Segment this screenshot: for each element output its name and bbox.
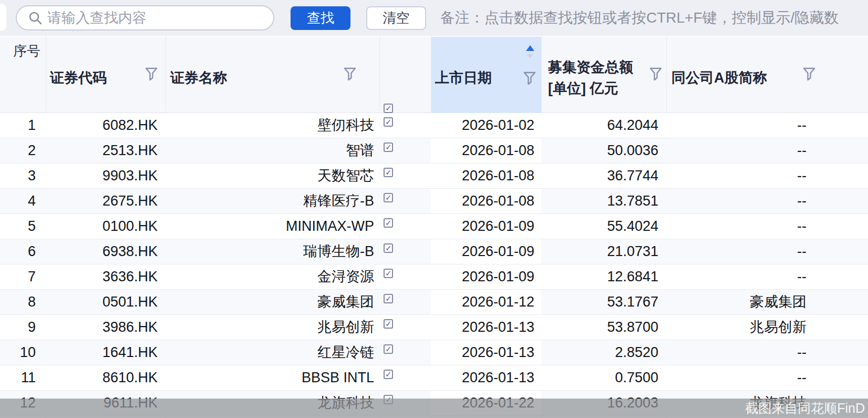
row-checkbox[interactable] [384, 243, 393, 253]
row-code: 2675.HK [46, 189, 166, 213]
row-amount: 53.8700 [541, 315, 666, 340]
row-date: 2026-01-13 [431, 340, 541, 365]
toolbar-note: 备注：点击数据查找按钮或者按CTRL+F键，控制显示/隐藏数 [440, 0, 839, 36]
row-name: 豪威集团 [166, 290, 379, 314]
row-date: 2026-01-12 [431, 290, 541, 314]
row-checkbox-cell [379, 189, 431, 213]
row-amount: 53.1767 [541, 290, 666, 314]
row-date: 2026-01-13 [431, 365, 541, 390]
table-row[interactable]: 39903.HK天数智芯2026-01-0836.7744-- [0, 164, 868, 189]
select-all-checkbox[interactable] [384, 104, 393, 113]
row-ashare: -- [666, 239, 868, 264]
row-index: 6 [0, 239, 46, 264]
row-date: 2026-01-09 [431, 239, 541, 264]
table-header: 序号 证券代码 证券名称 上市日期 募集资金总额 [单位] 亿元 同公司A股简称 [0, 36, 868, 113]
row-name: 壁仞科技 [166, 113, 379, 138]
row-checkbox-cell [379, 264, 431, 289]
column-header-ashare[interactable]: 同公司A股简称 [671, 68, 767, 87]
row-checkbox[interactable] [384, 142, 393, 152]
row-checkbox-cell [379, 239, 431, 264]
row-checkbox[interactable] [384, 269, 393, 278]
row-index: 2 [0, 138, 46, 163]
row-date: 2026-01-02 [431, 113, 541, 138]
row-index: 11 [0, 365, 46, 390]
table-row[interactable]: 42675.HK精锋医疗-B2026-01-0813.7851-- [0, 189, 868, 214]
sort-asc-icon[interactable] [526, 45, 534, 51]
column-header-amount[interactable]: 募集资金总额 [单位] 亿元 [548, 57, 633, 99]
row-checkbox[interactable] [384, 193, 393, 202]
table-row[interactable]: 80501.HK豪威集团2026-01-1253.1767豪威集团 [0, 290, 868, 315]
table-row[interactable]: 66938.HK瑞博生物-B2026-01-0921.0731-- [0, 239, 868, 264]
row-name: 瑞博生物-B [166, 239, 379, 264]
row-checkbox-cell [379, 214, 431, 239]
row-ashare: -- [666, 365, 868, 390]
sort-control[interactable] [524, 45, 536, 58]
table-row[interactable]: 22513.HK智谱2026-01-0850.0036-- [0, 138, 868, 164]
row-date: 2026-01-13 [431, 315, 541, 340]
table-row[interactable]: 50100.HKMINIMAX-WP2026-01-0955.4024-- [0, 214, 868, 239]
column-header-date[interactable]: 上市日期 [435, 68, 492, 87]
table-row[interactable]: 73636.HK金浔资源2026-01-0912.6841-- [0, 264, 868, 290]
row-name: 精锋医疗-B [166, 189, 379, 213]
search-input[interactable]: 请输入查找内容 [16, 5, 274, 30]
table-row[interactable]: 16082.HK壁仞科技2026-01-0264.2044-- [0, 113, 868, 138]
row-checkbox-cell [379, 315, 431, 340]
row-date: 2026-01-08 [431, 138, 541, 163]
table-row[interactable]: 101641.HK红星冷链2026-01-132.8520-- [0, 340, 868, 365]
row-code: 0100.HK [46, 214, 166, 239]
row-code: 1641.HK [46, 340, 166, 365]
filter-icon-date[interactable] [523, 72, 536, 85]
row-checkbox[interactable] [384, 117, 393, 127]
row-index: 5 [0, 214, 46, 239]
row-code: 8610.HK [46, 365, 166, 390]
watermark-text: 截图来自同花顺FinD [745, 399, 865, 418]
sort-desc-icon[interactable] [527, 54, 533, 58]
row-checkbox[interactable] [384, 294, 393, 303]
row-name: 红星冷链 [166, 340, 379, 365]
row-checkbox[interactable] [384, 319, 393, 329]
table-row[interactable]: 93986.HK兆易创新2026-01-1353.8700兆易创新 [0, 315, 868, 340]
filter-icon-name[interactable] [344, 67, 356, 81]
column-header-name[interactable]: 证券名称 [170, 68, 227, 87]
row-checkbox-cell [379, 164, 431, 188]
row-index: 4 [0, 189, 46, 213]
clear-button[interactable]: 清空 [366, 6, 426, 30]
filter-icon-amount[interactable] [649, 67, 662, 81]
row-checkbox-cell [379, 365, 431, 390]
row-checkbox[interactable] [384, 344, 393, 354]
row-amount: 55.4024 [541, 214, 666, 239]
row-index: 7 [0, 264, 46, 289]
row-code: 3636.HK [46, 264, 166, 289]
row-code: 2513.HK [46, 138, 166, 163]
row-checkbox-cell [379, 340, 431, 365]
row-amount: 50.0036 [541, 138, 666, 163]
row-checkbox-cell [379, 138, 431, 163]
row-code: 9903.HK [46, 164, 166, 188]
row-name: MINIMAX-WP [166, 214, 379, 239]
row-code: 3986.HK [46, 315, 166, 340]
row-date: 2026-01-08 [431, 164, 541, 188]
row-ashare: -- [666, 264, 868, 289]
column-header-code[interactable]: 证券代码 [50, 68, 107, 87]
find-button[interactable]: 查找 [291, 6, 350, 30]
row-name: 天数智芯 [166, 164, 379, 188]
row-amount: 2.8520 [541, 340, 666, 365]
row-checkbox[interactable] [384, 168, 393, 177]
row-name: 金浔资源 [166, 264, 379, 289]
row-index: 1 [0, 113, 46, 138]
row-amount: 21.0731 [541, 239, 666, 264]
row-checkbox-cell [379, 113, 431, 138]
row-index: 3 [0, 164, 46, 188]
table-row[interactable]: 118610.HKBBSB INTL2026-01-130.7500-- [0, 365, 868, 391]
row-checkbox[interactable] [384, 218, 393, 228]
filter-icon-code[interactable] [145, 67, 158, 81]
row-ashare: -- [666, 113, 868, 138]
row-checkbox[interactable] [384, 370, 393, 379]
row-index: 9 [0, 315, 46, 340]
row-code: 0501.HK [46, 290, 166, 314]
row-name: BBSB INTL [166, 365, 379, 390]
filter-icon-ashare[interactable] [803, 67, 815, 81]
row-ashare: -- [666, 189, 868, 213]
row-ashare: 兆易创新 [666, 315, 868, 340]
row-ashare: 豪威集团 [666, 290, 868, 314]
